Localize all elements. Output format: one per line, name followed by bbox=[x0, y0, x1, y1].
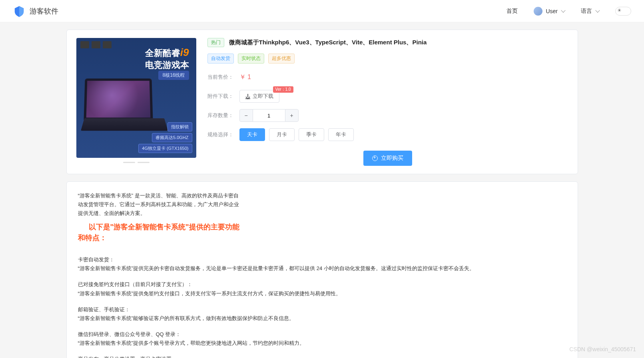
product-image[interactable]: 全新酷睿i9 电竞游戏本 8核16线程 指纹解锁 睿频高达5.0GHZ 4G独立… bbox=[76, 38, 196, 158]
spec-option-month[interactable]: 月卡 bbox=[269, 128, 295, 141]
desc-block: 邮箱验证、手机验证： “游客全新智能售卡系统”能够验证客户的所有联系方式，做到有… bbox=[78, 305, 566, 323]
product-title: 微商城基于Thinkphp6、Vue3、TypeScript、Vite、Elem… bbox=[229, 39, 427, 46]
nav-home[interactable]: 首页 bbox=[506, 8, 518, 15]
tag-auto-ship: 自动发货 bbox=[207, 54, 234, 64]
chevron-down-icon bbox=[595, 8, 600, 12]
qty-input[interactable] bbox=[253, 109, 285, 122]
hot-tag: 热门 bbox=[207, 38, 224, 47]
lang-label: 语言 bbox=[581, 8, 592, 15]
product-image-column: 全新酷睿i9 电竞游戏本 8核16线程 指纹解锁 睿频高达5.0GHZ 4G独立… bbox=[76, 38, 196, 166]
download-label: 附件下载： bbox=[207, 93, 239, 100]
carousel-indicators[interactable] bbox=[76, 162, 196, 163]
tag-realtime: 实时状态 bbox=[238, 54, 264, 64]
logo-icon bbox=[13, 5, 26, 18]
brand-area[interactable]: 游客软件 bbox=[13, 5, 58, 18]
cart-plus-icon bbox=[372, 155, 378, 161]
desc-block: 已对接免签约支付接口（目前只对接了支付宝）： “游客全新智能售卡系统”提供免签约… bbox=[78, 280, 566, 298]
desc-block: 卡密自动发货： “游客全新智能售卡系统”提供完美的卡密自动发货服务，无论是单一卡… bbox=[78, 255, 566, 273]
watermark: CSDN @weixin_45005671 bbox=[569, 346, 636, 352]
spec-label: 规格选择： bbox=[207, 131, 239, 138]
quantity-stepper: − + bbox=[239, 109, 299, 122]
brand-name: 游客软件 bbox=[30, 6, 58, 16]
spec-option-year[interactable]: 年卡 bbox=[328, 128, 354, 141]
top-header: 游客软件 首页 User 语言 bbox=[0, 0, 644, 22]
nav-lang-dropdown[interactable]: 语言 bbox=[581, 8, 599, 15]
desc-intro: “游客全新智能售卡系统” 是一款灵活、智能、高效的软件及商品卡密自动发货管理平台… bbox=[78, 191, 242, 218]
user-label: User bbox=[546, 8, 558, 14]
qty-increase-button[interactable]: + bbox=[285, 109, 299, 122]
stock-label: 库存数量： bbox=[207, 112, 239, 119]
header-nav: 首页 User 语言 bbox=[506, 7, 631, 16]
qty-decrease-button[interactable]: − bbox=[239, 109, 253, 122]
price-value: ￥ 1 bbox=[239, 73, 251, 82]
theme-toggle[interactable] bbox=[615, 7, 631, 16]
download-icon bbox=[245, 94, 250, 99]
product-info: 热门 微商城基于Thinkphp6、Vue3、TypeScript、Vite、E… bbox=[207, 38, 568, 166]
download-button[interactable]: 立即下载 Ver：1.0 bbox=[239, 90, 279, 103]
nav-user-dropdown[interactable]: User bbox=[534, 7, 565, 16]
buy-now-button[interactable]: 立即购买 bbox=[363, 151, 412, 166]
spec-option-day[interactable]: 天卡 bbox=[239, 128, 265, 141]
tag-discount: 超多优惠 bbox=[268, 54, 295, 64]
desc-block: 微信扫码登录、微信公众号登录、QQ 登录： “游客全新智能售卡系统”提供多个账号… bbox=[78, 330, 566, 348]
avatar-icon bbox=[534, 7, 542, 16]
spec-options: 天卡 月卡 季卡 年卡 bbox=[239, 128, 354, 141]
feature-tags: 自动发货 实时状态 超多优惠 bbox=[207, 54, 568, 64]
price-label: 当前售价： bbox=[207, 74, 239, 81]
desc-heading: 以下是"游客全新智能售卡系统"提供的主要功能和特点： bbox=[78, 222, 246, 243]
chevron-down-icon bbox=[561, 8, 565, 12]
version-badge: Ver：1.0 bbox=[273, 86, 293, 93]
description-card: “游客全新智能售卡系统” 是一款灵活、智能、高效的软件及商品卡密自动发货管理平台… bbox=[66, 181, 578, 358]
image-spec-badges: 指纹解锁 睿频高达5.0GHZ 4G独立显卡 (GTX1650) bbox=[138, 122, 192, 153]
desc-block: 商品发布、商品分类设置、商品卡密设置： 用户在网站上可自由发布和管理商品，不仅可… bbox=[78, 355, 566, 358]
spec-option-quarter[interactable]: 季卡 bbox=[299, 128, 324, 141]
product-card: 全新酷睿i9 电竞游戏本 8核16线程 指纹解锁 睿频高达5.0GHZ 4G独立… bbox=[66, 30, 578, 174]
